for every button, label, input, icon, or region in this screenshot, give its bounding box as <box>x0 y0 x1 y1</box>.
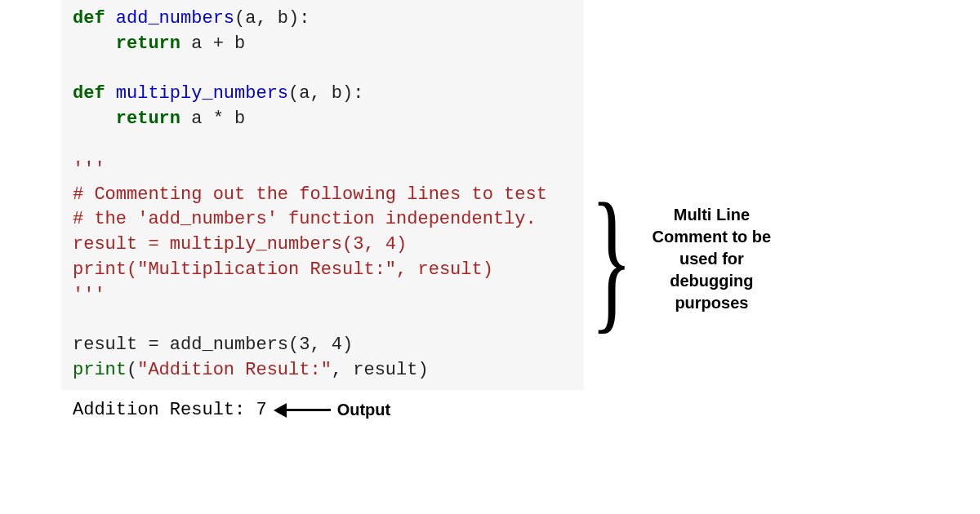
annotation-group: } Multi Line Comment to be used for debu… <box>590 192 771 327</box>
commented-print-a: print( <box>73 259 137 280</box>
keyword-return: return <box>116 109 180 129</box>
annot-line: Comment to be <box>653 226 772 248</box>
assign-add-lhs: result = <box>73 335 170 355</box>
print-builtin: print <box>73 360 127 380</box>
func-name-mul: multiply_numbers <box>116 83 288 104</box>
left-column: def add_numbers(a, b): return a + b def … <box>61 0 584 420</box>
print-add-str: "Addition Result:" <box>137 360 332 380</box>
keyword-def: def <box>73 8 105 29</box>
print-add-rest: , result) <box>332 360 429 380</box>
output-row: Addition Result: 7 Output <box>61 390 584 420</box>
comment-line-2: # the 'add_numbers' function independent… <box>73 209 537 229</box>
commented-print-b: , result) <box>396 259 493 280</box>
annot-line: Multi Line <box>653 204 772 226</box>
comment-line-1: # Commenting out the following lines to … <box>73 184 547 205</box>
print-open: ( <box>127 360 137 380</box>
keyword-return: return <box>116 33 180 54</box>
figure-container: def add_numbers(a, b): return a + b def … <box>0 0 980 420</box>
keyword-def: def <box>73 83 105 104</box>
output-text: Addition Result: 7 <box>73 400 267 420</box>
commented-assign: result = multiply_numbers(3, 4) <box>73 234 407 255</box>
return-expr-add: a + b <box>180 33 245 54</box>
annot-line: debugging <box>653 270 772 292</box>
annot-line: used for <box>653 248 772 270</box>
func-name-add: add_numbers <box>116 8 234 29</box>
triple-quote-close: ''' <box>73 285 105 305</box>
annotation-text: Multi Line Comment to be used for debugg… <box>653 204 772 314</box>
params: (a, b): <box>234 8 310 29</box>
params: (a, b): <box>288 83 363 104</box>
return-expr-mul: a * b <box>180 109 245 129</box>
arrow-left-icon <box>274 401 331 418</box>
output-label: Output <box>337 401 391 419</box>
assign-add-call: add_numbers(3, 4) <box>170 335 353 355</box>
code-block: def add_numbers(a, b): return a + b def … <box>61 0 584 390</box>
annot-line: purposes <box>653 292 772 314</box>
brace-icon: } <box>590 192 632 327</box>
commented-print-str: "Multiplication Result:" <box>137 259 396 280</box>
triple-quote-open: ''' <box>73 159 105 179</box>
